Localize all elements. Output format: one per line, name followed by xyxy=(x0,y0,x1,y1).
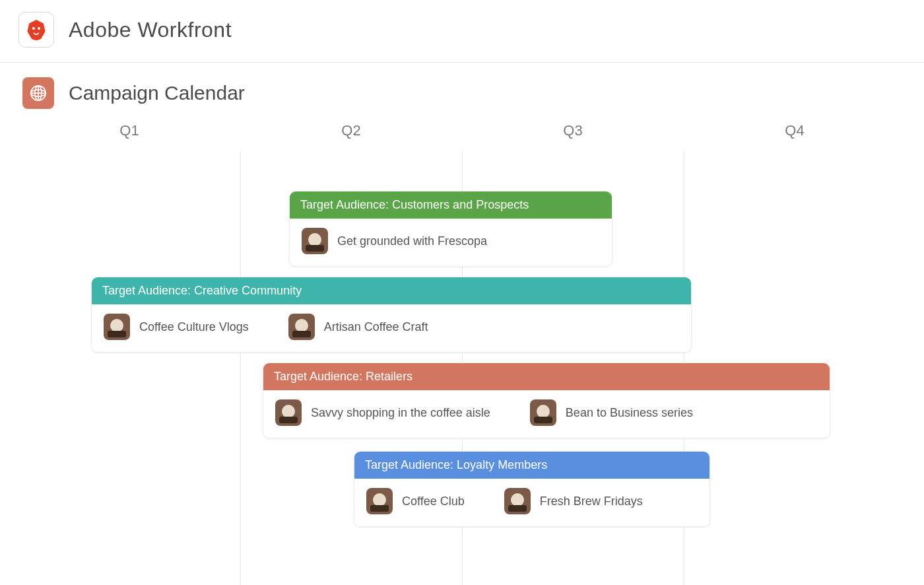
pour-thumb-icon xyxy=(366,488,393,514)
campaign-group-loyalty-members[interactable]: Target Audience: Loyalty MembersCoffee C… xyxy=(354,451,710,527)
app-title: Adobe Workfront xyxy=(69,18,232,42)
campaign-item-label: Artisan Coffee Craft xyxy=(324,320,428,334)
quarter-label: Q4 xyxy=(684,122,906,139)
quarter-label: Q2 xyxy=(240,122,462,139)
mug-thumb-icon xyxy=(504,488,531,514)
campaign-group-retailers[interactable]: Target Audience: RetailersSavvy shopping… xyxy=(263,362,830,438)
group-body: Get grounded with Frescopa xyxy=(290,219,612,266)
lion-icon xyxy=(25,18,48,41)
group-header: Target Audience: Creative Community xyxy=(92,277,691,304)
campaign-item[interactable]: Savvy shopping in the coffee aisle xyxy=(275,399,490,426)
group-body: Savvy shopping in the coffee aisleBean t… xyxy=(263,390,830,438)
quarter-label: Q3 xyxy=(462,122,684,139)
campaign-item[interactable]: Get grounded with Frescopa xyxy=(302,228,487,254)
campaign-group-customers-prospects[interactable]: Target Audience: Customers and Prospects… xyxy=(289,191,612,267)
campaign-item-label: Fresh Brew Fridays xyxy=(540,495,643,508)
campaign-group-creative-community[interactable]: Target Audience: Creative CommunityCoffe… xyxy=(91,277,692,353)
campaign-item-label: Get grounded with Frescopa xyxy=(337,234,487,248)
campaign-item[interactable]: Coffee Culture Vlogs xyxy=(104,314,249,340)
app-logo xyxy=(18,12,54,48)
group-header: Target Audience: Customers and Prospects xyxy=(290,191,612,219)
page-header: Campaign Calendar xyxy=(0,63,924,116)
campaign-item-label: Bean to Business series xyxy=(566,406,693,420)
group-body: Coffee ClubFresh Brew Fridays xyxy=(354,479,710,526)
campaign-item[interactable]: Coffee Club xyxy=(366,488,465,514)
campaign-item[interactable]: Bean to Business series xyxy=(530,399,693,426)
page-title: Campaign Calendar xyxy=(69,82,245,104)
campaign-item-label: Savvy shopping in the coffee aisle xyxy=(311,406,490,420)
machine-thumb-icon xyxy=(275,399,302,426)
group-body: Coffee Culture VlogsArtisan Coffee Craft xyxy=(92,304,691,352)
espresso-cup-thumb-icon xyxy=(288,314,315,340)
campaign-item-label: Coffee Culture Vlogs xyxy=(139,320,249,334)
campaign-item-label: Coffee Club xyxy=(402,495,465,508)
svg-point-1 xyxy=(38,27,40,30)
campaign-item[interactable]: Artisan Coffee Craft xyxy=(288,314,428,340)
quarters-header: Q1 Q2 Q3 Q4 xyxy=(18,122,906,151)
group-header: Target Audience: Retailers xyxy=(263,363,830,390)
group-header: Target Audience: Loyalty Members xyxy=(354,452,710,479)
globe-icon xyxy=(22,77,54,109)
person-cafe-thumb-icon xyxy=(104,314,130,340)
calendar: Q1 Q2 Q3 Q4 Target Audience: Customers a… xyxy=(0,116,924,585)
latte-thumb-icon xyxy=(302,228,328,254)
beans-thumb-icon xyxy=(530,399,556,426)
campaign-item[interactable]: Fresh Brew Fridays xyxy=(504,488,643,514)
svg-point-0 xyxy=(32,27,35,30)
app-header: Adobe Workfront xyxy=(0,0,924,63)
quarter-label: Q1 xyxy=(18,122,240,139)
tracks-area: Target Audience: Customers and Prospects… xyxy=(18,151,906,585)
